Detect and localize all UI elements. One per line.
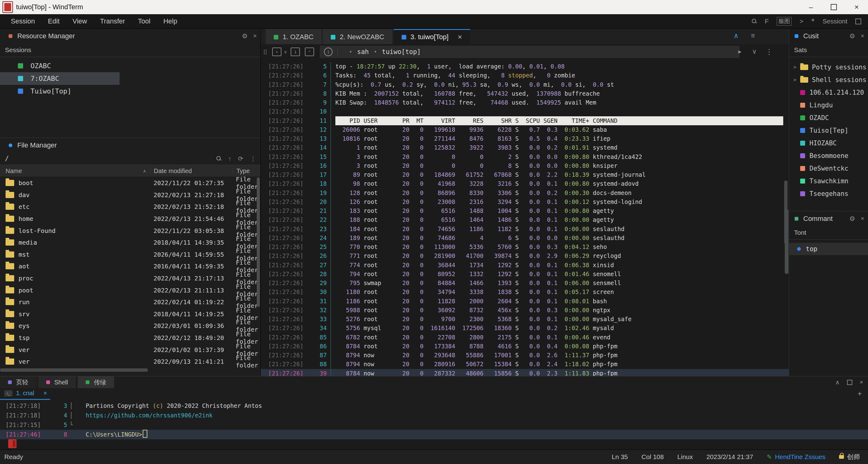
table-row[interactable]: srv2018/04/11 14:19:25File folder xyxy=(0,308,260,320)
close-button[interactable]: × xyxy=(845,0,868,14)
bottom-tab[interactable]: Shell xyxy=(38,376,76,388)
gear-icon[interactable]: ⚙ xyxy=(242,32,248,40)
close-icon[interactable]: × xyxy=(253,32,257,40)
more-options-icon[interactable]: ⋮ xyxy=(250,155,256,162)
shell-subtab[interactable]: ›_ 1. cnal × xyxy=(0,388,50,400)
tree-item[interactable]: Lingdu xyxy=(789,99,868,111)
table-row[interactable]: aot2016/04/11 14:59:35File folder xyxy=(0,260,260,272)
terminal-tab[interactable]: 1. OZABC xyxy=(266,29,321,44)
host-label[interactable]: tuiwo[top] xyxy=(382,48,421,56)
tree-item[interactable]: >Potty sessions xyxy=(789,61,868,74)
dropdown-icon[interactable]: ∨ xyxy=(752,48,757,55)
restore-panel-icon[interactable] xyxy=(847,380,852,385)
chevron-down-icon[interactable]: ∨ xyxy=(284,49,287,54)
column-name[interactable]: Name xyxy=(5,168,22,175)
session-item[interactable]: OZABC xyxy=(0,60,260,72)
table-row[interactable]: home2022/02/13 21:54:46File folder xyxy=(0,213,260,225)
search-icon[interactable] xyxy=(752,19,757,24)
tab-list-icon[interactable]: ≡ xyxy=(751,32,755,40)
sidebar-scrollbar[interactable] xyxy=(785,209,788,274)
collapse-panel-icon[interactable]: ∧ xyxy=(835,379,840,386)
close-icon[interactable]: × xyxy=(458,33,462,41)
table-row[interactable]: lost-Found2022/11/22 03:05:38File folder xyxy=(0,225,260,237)
up-directory-icon[interactable]: ↑ xyxy=(228,155,231,162)
table-row[interactable]: mst2026/04/11 14:59:55File folder xyxy=(0,249,260,261)
protocol-label[interactable]: sah xyxy=(357,48,369,56)
chevron-right-icon[interactable]: > xyxy=(794,77,800,83)
minimize-button[interactable]: – xyxy=(800,0,823,14)
table-row[interactable]: ver2022/01/02 01:37:39File folder xyxy=(0,344,260,356)
split-pane-icon[interactable]: + xyxy=(272,48,281,56)
menu-item-view[interactable]: View xyxy=(66,17,93,25)
tree-item[interactable]: 106.61.214.120 xyxy=(789,86,868,99)
file-list-hscrollbar[interactable] xyxy=(0,368,148,372)
windterm-dock-icon[interactable] xyxy=(8,439,17,448)
issues-link[interactable]: ✎ HendTine Zssues xyxy=(767,453,826,461)
info-icon[interactable]: i xyxy=(324,48,333,56)
column-date-modified[interactable]: Date modified xyxy=(150,168,232,175)
chevron-right-icon[interactable]: > xyxy=(794,64,800,70)
menu-item-session[interactable]: Session xyxy=(4,17,41,25)
menu-item-help[interactable]: Help xyxy=(157,17,184,25)
encoding-lock[interactable]: 创师 xyxy=(839,453,860,461)
filter-icon[interactable] xyxy=(216,156,221,161)
tree-item[interactable]: Tuiso[Tep] xyxy=(789,124,868,137)
maximize-button[interactable] xyxy=(823,0,845,14)
bottom-tab[interactable]: 页轻 xyxy=(0,376,36,388)
terminal-output[interactable]: [21:27:26]5top - 18:27:57 up 22:30, 1 us… xyxy=(261,60,789,376)
font-tool-icon[interactable]: F xyxy=(765,18,769,25)
gear-icon[interactable]: ⚙ xyxy=(849,32,855,40)
menu-item-tool[interactable]: Tool xyxy=(132,17,157,25)
terminal-tab[interactable]: 2. NewOZABC xyxy=(323,29,392,44)
pane-pin-icon[interactable]: ° xyxy=(305,48,314,56)
file-table-header[interactable]: Name∧ Date modified Type xyxy=(0,165,260,177)
line-text: 1180 root 20 0 34794 3338 1838 S 0.0 0.1… xyxy=(335,288,789,296)
tree-item[interactable]: Besommoene xyxy=(789,149,868,162)
menu-item-transfer[interactable]: Transfer xyxy=(94,17,132,25)
refresh-icon[interactable]: ⟳ xyxy=(238,155,243,162)
table-row[interactable]: ver2022/09/13 21:41:21File folder xyxy=(0,356,260,368)
scroll-top-icon[interactable]: ∧ xyxy=(734,32,739,40)
column-type[interactable]: Type xyxy=(232,168,260,175)
close-icon[interactable]: × xyxy=(861,215,864,223)
tree-item[interactable]: Tsawchkimn xyxy=(789,175,868,187)
table-row[interactable]: run2022/02/14 01:19:22File folder xyxy=(0,296,260,308)
connection-bar[interactable]: i • sah • tuiwo[top] xyxy=(320,46,740,58)
tree-item[interactable]: OZADC xyxy=(789,111,868,124)
close-icon[interactable]: × xyxy=(861,32,864,40)
asterisk-icon[interactable]: * xyxy=(811,17,814,26)
file-list-scrollbar[interactable] xyxy=(257,177,260,307)
session-menu-button[interactable]: Sessiont xyxy=(823,18,847,25)
tree-item[interactable]: >Shell sessions xyxy=(789,74,868,86)
table-row[interactable]: eys2022/03/01 01:09:36File folder xyxy=(0,320,260,332)
menu-item-edit[interactable]: Edit xyxy=(41,17,66,25)
bottom-tab[interactable]: 传绿 xyxy=(78,376,114,388)
terminal-tab[interactable]: 3. tuiwo[Top]× xyxy=(394,29,470,44)
session-item[interactable]: 7:OZABC xyxy=(0,72,120,85)
table-row[interactable]: tsp2022/02/12 18:49:20File folder xyxy=(0,332,260,344)
session-item[interactable]: Tuiwo[Top] xyxy=(0,85,260,97)
table-row[interactable]: poot2022/02/13 21:11:13File folder xyxy=(0,284,260,296)
arrow-icon[interactable]: > xyxy=(800,18,803,25)
tree-item[interactable]: DeSwentckc xyxy=(789,162,868,175)
close-panel-icon[interactable]: × xyxy=(860,379,863,386)
command-item[interactable]: top xyxy=(789,243,868,255)
kebab-menu-icon[interactable]: ⋮ xyxy=(766,48,773,56)
current-path[interactable]: / xyxy=(5,155,9,162)
close-icon[interactable]: × xyxy=(43,390,47,397)
new-shell-icon[interactable]: + xyxy=(858,389,862,398)
table-row[interactable]: dav2022/02/13 21:27:18File folder xyxy=(0,189,260,201)
table-row[interactable]: media2018/04/11 14:39:35File folder xyxy=(0,237,260,249)
run-icon[interactable]: ▸ xyxy=(738,48,742,55)
table-row[interactable]: proc2022/04/13 21:17:13File folder xyxy=(0,272,260,285)
process-row: [21:27:26]24 189 root 20 0 74686 4 6 S 0… xyxy=(261,234,789,242)
stamp-icon[interactable]: 服图 xyxy=(777,17,792,26)
gear-icon[interactable]: ⚙ xyxy=(849,215,855,223)
table-row[interactable]: boot2022/11/22 01:27:35File folder xyxy=(0,177,260,189)
pane-one-icon[interactable]: 1 xyxy=(291,48,300,56)
shell-output[interactable]: [21:27:18]3│Partions Copyright (c) 2020-… xyxy=(0,399,868,439)
layout-icon[interactable] xyxy=(855,19,861,24)
tree-item[interactable]: Tseegehans xyxy=(789,187,868,200)
table-row[interactable]: etc2022/02/13 21:52:18File folder xyxy=(0,201,260,213)
tree-item[interactable]: HIOZABC xyxy=(789,137,868,149)
